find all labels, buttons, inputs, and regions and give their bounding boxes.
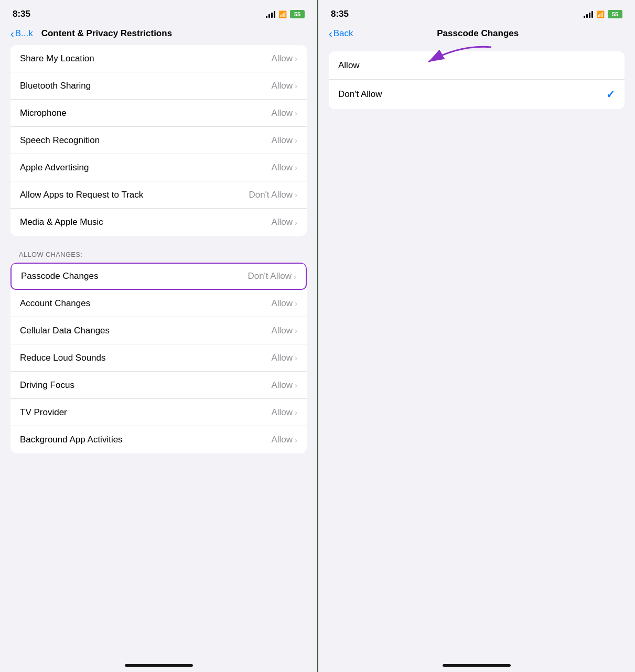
status-time-right: 8:35	[331, 9, 349, 19]
row-value: Allow	[271, 108, 293, 118]
row-label: Allow Apps to Request to Track	[20, 190, 143, 200]
chevron-icon: ›	[295, 381, 297, 389]
battery-icon-right: 55	[608, 10, 622, 18]
list-item[interactable]: Bluetooth Sharing Allow ›	[10, 72, 307, 100]
row-right: Allow ›	[271, 135, 297, 146]
list-item[interactable]: Microphone Allow ›	[10, 100, 307, 127]
list-item[interactable]: Cellular Data Changes Allow ›	[10, 317, 307, 344]
row-value: Allow	[271, 380, 293, 391]
row-label: Media & Apple Music	[20, 217, 103, 227]
wifi-icon-right: 📶	[596, 10, 605, 18]
nav-bar-left: ‹ B...k Content & Privacy Restrictions	[0, 26, 317, 45]
list-item[interactable]: Allow Apps to Request to Track Don't All…	[10, 181, 307, 209]
row-value: Don't Allow	[247, 271, 292, 281]
chevron-icon: ›	[295, 408, 297, 417]
list-item[interactable]: Driving Focus Allow ›	[10, 372, 307, 399]
home-indicator-left	[125, 664, 193, 667]
chevron-icon: ›	[295, 353, 297, 362]
row-label: Speech Recognition	[20, 135, 100, 146]
back-button-left[interactable]: ‹ B...k	[10, 28, 33, 39]
status-icons-right: 📶 55	[584, 10, 622, 18]
list-item[interactable]: TV Provider Allow ›	[10, 399, 307, 426]
chevron-icon: ›	[294, 272, 296, 281]
row-label: Microphone	[20, 108, 67, 118]
chevron-icon: ›	[295, 299, 297, 308]
row-right: Allow ›	[271, 380, 297, 391]
row-right: Don't Allow ›	[249, 190, 297, 200]
privacy-settings-card: Share My Location Allow › Bluetooth Shar…	[10, 45, 307, 236]
back-button-right[interactable]: ‹ Back	[329, 28, 353, 39]
row-label: Account Changes	[20, 298, 90, 309]
row-label: TV Provider	[20, 407, 67, 418]
chevron-icon: ›	[295, 326, 297, 335]
right-panel: 8:35 📶 55 ‹ Back Passcode Changes Allow	[317, 0, 635, 672]
row-value: Allow	[271, 135, 293, 146]
chevron-icon: ›	[295, 81, 297, 90]
row-value: Allow	[271, 53, 293, 64]
section-label-changes: ALLOW CHANGES:	[0, 246, 317, 263]
row-label: Reduce Loud Sounds	[20, 353, 106, 363]
page-title-left: Content & Privacy Restrictions	[41, 28, 172, 39]
list-item[interactable]: Don't Allow ✓	[329, 80, 625, 109]
row-label: Passcode Changes	[21, 271, 98, 281]
row-value: Allow	[271, 81, 293, 91]
status-icons-left: 📶 55	[266, 10, 305, 18]
option-label: Don't Allow	[338, 89, 382, 100]
status-time-left: 8:35	[13, 9, 30, 19]
list-item[interactable]: Allow	[329, 51, 625, 80]
back-chevron-right: ‹	[329, 28, 332, 39]
row-label: Bluetooth Sharing	[20, 81, 91, 91]
list-item[interactable]: Account Changes Allow ›	[10, 290, 307, 317]
list-item[interactable]: Share My Location Allow ›	[10, 45, 307, 72]
signal-icon-left	[266, 10, 275, 18]
back-label-right: Back	[333, 28, 353, 39]
back-chevron-left: ‹	[10, 28, 14, 39]
home-indicator-right	[443, 664, 511, 667]
chevron-icon: ›	[295, 163, 297, 172]
passcode-options-card: Allow Don't Allow ✓	[329, 51, 625, 109]
chevron-icon: ›	[295, 109, 297, 117]
row-label: Driving Focus	[20, 380, 74, 391]
left-panel: 8:35 📶 55 ‹ B...k Content & Privacy Rest…	[0, 0, 317, 672]
list-item[interactable]: Reduce Loud Sounds Allow ›	[10, 344, 307, 372]
row-value: Allow	[271, 407, 293, 418]
status-bar-left: 8:35 📶 55	[0, 0, 317, 26]
row-value: Allow	[271, 162, 293, 173]
list-item[interactable]: Apple Advertising Allow ›	[10, 154, 307, 181]
chevron-icon: ›	[295, 436, 297, 445]
row-right: Allow ›	[271, 108, 297, 118]
row-value: Allow	[271, 217, 293, 227]
list-item[interactable]: Media & Apple Music Allow ›	[10, 209, 307, 236]
back-label-left: B...k	[15, 28, 33, 39]
nav-bar-right: ‹ Back Passcode Changes	[318, 26, 635, 45]
chevron-icon: ›	[295, 136, 297, 145]
battery-icon-left: 55	[290, 10, 305, 18]
row-right: Allow ›	[271, 326, 297, 336]
chevron-icon: ›	[295, 54, 297, 63]
row-right: Allow ›	[271, 298, 297, 309]
signal-icon-right	[584, 10, 593, 18]
status-bar-right: 8:35 📶 55	[318, 0, 635, 26]
checkmark-icon: ✓	[606, 88, 615, 101]
row-value: Allow	[271, 353, 293, 363]
row-value: Don't Allow	[249, 190, 293, 200]
row-right: Allow ›	[271, 407, 297, 418]
changes-settings-card: Passcode Changes Don't Allow › Account C…	[10, 263, 307, 453]
list-item[interactable]: Background App Activities Allow ›	[10, 426, 307, 453]
list-item[interactable]: Speech Recognition Allow ›	[10, 127, 307, 154]
row-value: Allow	[271, 435, 293, 445]
row-label: Share My Location	[20, 53, 94, 64]
page-title-right: Passcode Changes	[357, 28, 598, 39]
options-section: Allow Don't Allow ✓	[318, 47, 635, 120]
row-right: Allow ›	[271, 353, 297, 363]
wifi-icon-left: 📶	[278, 10, 287, 18]
row-right: Don't Allow ›	[247, 271, 296, 281]
option-label: Allow	[338, 60, 360, 71]
row-right: Allow ›	[271, 53, 297, 64]
chevron-icon: ›	[295, 190, 297, 199]
list-item[interactable]: Passcode Changes Don't Allow ›	[10, 263, 307, 290]
row-label: Cellular Data Changes	[20, 326, 110, 336]
row-right: Allow ›	[271, 435, 297, 445]
row-label: Background App Activities	[20, 435, 123, 445]
row-right: Allow ›	[271, 162, 297, 173]
